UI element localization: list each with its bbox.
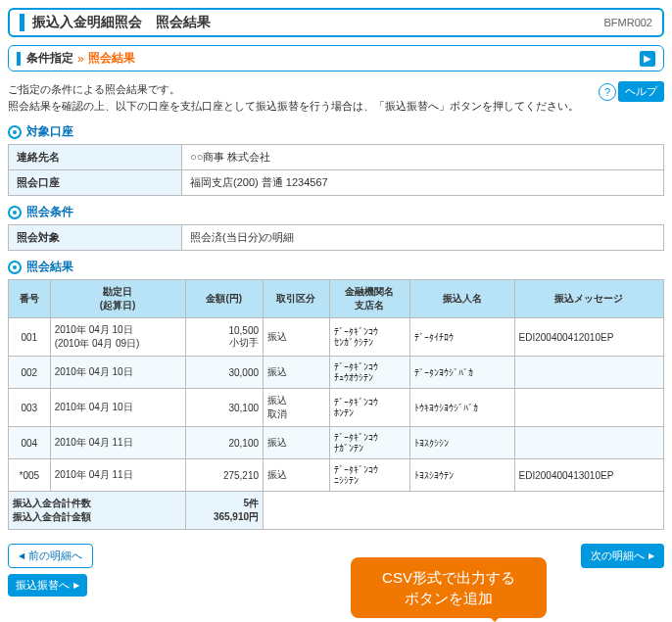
nav-row: 前の明細へ 次の明細へ <box>8 544 664 568</box>
description-line2: 照会結果を確認の上、以下の口座を支払口座として振込振替を行う場合は、「振込振替へ… <box>8 98 579 115</box>
conditions-table: 照会対象 照会済(当日分)の明細 <box>8 224 664 251</box>
cell-no: 004 <box>9 427 51 459</box>
cell-date: 2010年 04月 10日 <box>50 357 185 389</box>
section-conditions: 照会条件 <box>8 204 664 220</box>
bullet-icon <box>8 261 22 274</box>
summary-amount-value: 365,910円 <box>190 510 259 524</box>
section-result-label: 照会結果 <box>26 259 73 275</box>
chevron-right-icon: ▶ <box>640 51 655 67</box>
section-result: 照会結果 <box>8 259 664 275</box>
table-row: *0052010年 04月 11日275,210振込ﾃﾞｰﾀｷﾞﾝｺｳ ﾆｼｼﾃ… <box>9 459 664 492</box>
cell-bank: ﾃﾞｰﾀｷﾞﾝｺｳ ﾆｼｼﾃﾝ <box>329 459 409 492</box>
next-button[interactable]: 次の明細へ <box>581 544 664 568</box>
cell-type: 振込 <box>264 357 330 389</box>
breadcrumb-step1: 条件指定 <box>26 50 73 67</box>
cell-type: 振込 <box>264 318 330 357</box>
page-title: 振込入金明細照会 照会結果 <box>32 14 211 31</box>
summary-row: 振込入金合計件数 振込入金合計金額 5件 365,910円 <box>9 492 664 530</box>
breadcrumb-step2: 照会結果 <box>88 50 135 67</box>
bullet-icon <box>8 125 22 139</box>
cell-no: 002 <box>9 357 51 389</box>
cell-date: 2010年 04月 11日 <box>50 459 185 492</box>
target-value: 照会済(当日分)の明細 <box>182 225 664 251</box>
help-button[interactable]: ヘルプ <box>618 81 664 102</box>
cell-msg <box>514 389 663 427</box>
cell-msg <box>514 357 663 389</box>
cell-bank: ﾃﾞｰﾀｷﾞﾝｺｳ ｾﾝｶﾞｸｼﾃﾝ <box>329 318 409 357</box>
cell-bank: ﾃﾞｰﾀｷﾞﾝｺｳ ﾎﾝﾃﾝ <box>329 389 409 427</box>
cell-payer: ﾄｳｷﾖｳｼﾖｳｼﾞﾊﾞｶ <box>409 389 514 427</box>
table-row: 0042010年 04月 11日20,100振込ﾃﾞｰﾀｷﾞﾝｺｳ ﾅｶﾞﾝﾃﾝ… <box>9 427 664 459</box>
summary-labels: 振込入金合計件数 振込入金合計金額 <box>9 492 186 530</box>
help-area: ? ヘルプ <box>599 81 664 102</box>
cell-payer: ﾄﾖｽｸｼｼﾝ <box>409 427 514 459</box>
description-text: ご指定の条件による照会結果です。 照会結果を確認の上、以下の口座を支払口座として… <box>8 81 579 114</box>
accent-bar <box>20 14 24 31</box>
th-payer: 振込人名 <box>409 280 514 318</box>
cell-amount: 275,210 <box>185 459 263 492</box>
cell-amount: 10,500 小切手 <box>185 318 263 357</box>
breadcrumb: 条件指定 » 照会結果 ▶ <box>8 45 664 72</box>
description-line1: ご指定の条件による照会結果です。 <box>8 81 579 98</box>
account-value: 福岡支店(200) 普通 1234567 <box>182 170 664 196</box>
transfer-button[interactable]: 振込振替へ <box>8 574 87 597</box>
page-title-box: 振込入金明細照会 照会結果 BFMR002 <box>8 8 664 37</box>
cell-date: 2010年 04月 11日 <box>50 427 185 459</box>
breadcrumb-sep: » <box>77 52 84 66</box>
callout-wrap: CSV形式で出力する ボタンを追加 <box>351 557 547 618</box>
cell-no: 003 <box>9 389 51 427</box>
cell-msg <box>514 427 663 459</box>
table-row: 0022010年 04月 10日30,000振込ﾃﾞｰﾀｷﾞﾝｺｳ ﾁｭｳｵｳｼ… <box>9 357 664 389</box>
section-account: 対象口座 <box>8 123 664 140</box>
bullet-icon <box>8 206 22 219</box>
section-conditions-label: 照会条件 <box>26 204 73 220</box>
section-account-label: 対象口座 <box>26 123 73 140</box>
prev-button[interactable]: 前の明細へ <box>8 544 93 568</box>
th-message: 振込メッセージ <box>514 280 663 318</box>
account-label: 照会口座 <box>9 170 182 196</box>
cell-no: *005 <box>9 459 51 492</box>
summary-empty <box>264 492 664 530</box>
cell-date: 2010年 04月 10日 (2010年 04月 09日) <box>50 318 185 357</box>
target-label: 照会対象 <box>9 225 182 251</box>
cell-msg: EDI200400413010EP <box>514 459 663 492</box>
callout: CSV形式で出力する ボタンを追加 <box>351 557 547 618</box>
cell-no: 001 <box>9 318 51 357</box>
cell-payer: ﾃﾞｰﾀﾝﾖｳｼﾞﾊﾞｶ <box>409 357 514 389</box>
summary-amount-label: 振込入金合計金額 <box>13 510 181 524</box>
screen-code: BFMR002 <box>603 17 652 28</box>
cell-msg: EDI200400412010EP <box>514 318 663 357</box>
description-row: ご指定の条件による照会結果です。 照会結果を確認の上、以下の口座を支払口座として… <box>8 81 664 114</box>
cell-type: 振込 取消 <box>264 389 330 427</box>
th-date: 勘定日 (起算日) <box>50 280 185 318</box>
table-row: 0032010年 04月 10日30,100振込 取消ﾃﾞｰﾀｷﾞﾝｺｳ ﾎﾝﾃ… <box>9 389 664 427</box>
summary-count-value: 5件 <box>190 497 259 510</box>
table-row: 0012010年 04月 10日 (2010年 04月 09日)10,500 小… <box>9 318 664 357</box>
cell-type: 振込 <box>264 459 330 492</box>
table-header-row: 番号 勘定日 (起算日) 金額(円) 取引区分 金融機関名 支店名 振込人名 振… <box>9 280 664 318</box>
th-amount: 金額(円) <box>185 280 263 318</box>
cell-payer: ﾄﾖｽｼﾖｳﾃﾝ <box>409 459 514 492</box>
cell-amount: 20,100 <box>185 427 263 459</box>
cell-amount: 30,100 <box>185 389 263 427</box>
cell-date: 2010年 04月 10日 <box>50 389 185 427</box>
th-bank: 金融機関名 支店名 <box>329 280 409 318</box>
help-icon: ? <box>599 83 616 101</box>
contact-label: 連絡先名 <box>9 145 182 170</box>
th-type: 取引区分 <box>264 280 330 318</box>
accent-bar <box>17 52 21 66</box>
cell-bank: ﾃﾞｰﾀｷﾞﾝｺｳ ﾁｭｳｵｳｼﾃﾝ <box>329 357 409 389</box>
result-table: 番号 勘定日 (起算日) 金額(円) 取引区分 金融機関名 支店名 振込人名 振… <box>8 279 664 530</box>
account-table: 連絡先名 ○○商事 株式会社 照会口座 福岡支店(200) 普通 1234567 <box>8 144 664 196</box>
cell-amount: 30,000 <box>185 357 263 389</box>
summary-count-label: 振込入金合計件数 <box>13 497 181 510</box>
cell-type: 振込 <box>264 427 330 459</box>
contact-value: ○○商事 株式会社 <box>182 145 664 170</box>
th-no: 番号 <box>9 280 51 318</box>
cell-payer: ﾃﾞｰﾀｲﾁﾛｳ <box>409 318 514 357</box>
cell-bank: ﾃﾞｰﾀｷﾞﾝｺｳ ﾅｶﾞﾝﾃﾝ <box>329 427 409 459</box>
summary-values: 5件 365,910円 <box>185 492 263 530</box>
